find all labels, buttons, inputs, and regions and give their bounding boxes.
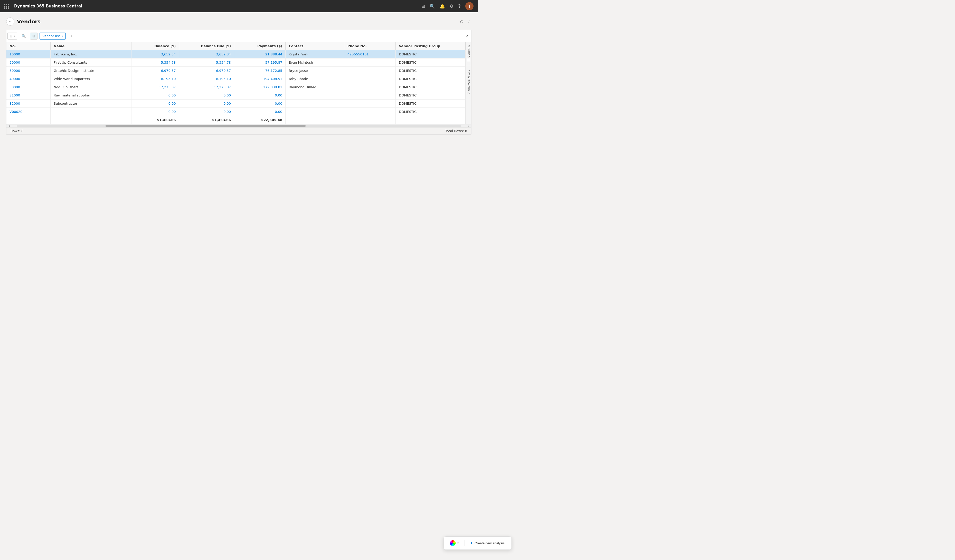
cell-contact: Krystal York — [285, 50, 344, 58]
cell-balance_due[interactable]: 6,979.57 — [179, 67, 234, 75]
back-button[interactable]: ← — [6, 17, 14, 26]
cell-phone — [344, 58, 396, 67]
cell-no[interactable]: 50000 — [6, 83, 50, 91]
cell-payments[interactable]: 0.00 — [234, 108, 285, 116]
col-header-vendor-posting[interactable]: Vendor Posting Group — [396, 42, 465, 50]
user-avatar[interactable]: J — [465, 2, 473, 10]
scroll-right-arrow[interactable]: ▸ — [466, 125, 471, 127]
bottom-bar: Rows: 8 Total Rows: 8 — [6, 127, 471, 134]
create-analysis-button[interactable]: ✦ Create new analysis — [467, 540, 478, 547]
page-header: ← Vendors ⬡ ⤢ — [6, 17, 471, 26]
analysis-toggle-button[interactable]: ⊟ — [30, 33, 38, 39]
cell-phone — [344, 83, 396, 91]
notification-icon[interactable]: 🔔 — [440, 3, 445, 9]
cell-no[interactable]: 81000 — [6, 91, 50, 100]
table-header-row: No. Name Balance ($) Balance Due ($) Pay… — [6, 42, 465, 50]
top-nav-icons: ⊞ 🔍 🔔 ⚙ ? J — [421, 2, 473, 10]
col-header-contact[interactable]: Contact — [285, 42, 344, 50]
cell-balance[interactable]: 6,979.57 — [131, 67, 179, 75]
cell-balance_due[interactable]: 3,652.34 — [179, 50, 234, 58]
cell-balance_due[interactable]: 0.00 — [179, 108, 234, 116]
cell-name: Raw material supplier — [50, 91, 132, 100]
view-toggle-button[interactable]: ⊟ ▾ — [8, 33, 17, 39]
col-header-balance-due[interactable]: Balance Due ($) — [179, 42, 234, 50]
table-row[interactable]: 30000Graphic Design Institute6,979.576,9… — [6, 67, 465, 75]
analysis-icon: ⊟ — [32, 34, 35, 38]
app-grid-icon[interactable] — [4, 4, 9, 9]
col-header-name[interactable]: Name — [50, 42, 132, 50]
toolbar: ⊟ ▾ 🔍 ⊟ Vendor list ▾ + ⧩ — [6, 30, 471, 42]
col-header-no[interactable]: No. — [6, 42, 50, 50]
table-row[interactable]: 40000Wide World Importers18,193.1018,193… — [6, 75, 465, 83]
compress-icon[interactable]: ⤢ — [467, 19, 471, 25]
cell-balance[interactable]: 18,193.10 — [131, 75, 179, 83]
cell-contact — [285, 91, 344, 100]
copilot-button[interactable]: ∨ — [447, 539, 462, 548]
cell-balance[interactable]: 3,652.34 — [131, 50, 179, 58]
cell-no[interactable]: 82000 — [6, 100, 50, 108]
filter-button[interactable]: ⧩ — [464, 33, 470, 39]
cell-balance_due[interactable]: 0.00 — [179, 91, 234, 100]
filter-icon: ⧩ — [465, 34, 469, 38]
cell-payments[interactable]: 21,888.44 — [234, 50, 285, 58]
col-header-phone[interactable]: Phone No. — [344, 42, 396, 50]
horizontal-scrollbar[interactable]: ◂ ▸ — [6, 124, 471, 127]
cell-vendor-posting-group: DOMESTIC — [396, 67, 465, 75]
scroll-thumb[interactable] — [105, 125, 305, 127]
total-empty-name — [50, 116, 132, 124]
table-row[interactable]: 82000Subcontractor0.000.000.00DOMESTIC — [6, 100, 465, 108]
cell-balance_due[interactable]: 17,273.87 — [179, 83, 234, 91]
cell-vendor-posting-group: DOMESTIC — [396, 108, 465, 116]
cell-balance_due[interactable]: 0.00 — [179, 100, 234, 108]
col-header-balance[interactable]: Balance ($) — [131, 42, 179, 50]
cell-balance[interactable]: 17,273.87 — [131, 83, 179, 91]
table-row[interactable]: V000200.000.000.00DOMESTIC — [6, 108, 465, 116]
search-button[interactable]: 🔍 — [19, 33, 28, 39]
scroll-left-arrow[interactable]: ◂ — [6, 125, 11, 127]
cell-balance[interactable]: 0.00 — [131, 108, 179, 116]
settings-icon[interactable]: ⚙ — [449, 3, 454, 9]
cell-no[interactable]: 10000 — [6, 50, 50, 58]
columns-panel-btn[interactable]: ||| Columns — [467, 44, 471, 63]
cell-no[interactable]: 20000 — [6, 58, 50, 67]
customize-icon[interactable]: ⊞ — [421, 3, 425, 9]
cell-payments[interactable]: 194,408.51 — [234, 75, 285, 83]
cell-name — [50, 108, 132, 116]
table-icon: ⊟ — [10, 34, 13, 38]
cell-phone — [344, 100, 396, 108]
table-scroll-area[interactable]: No. Name Balance ($) Balance Due ($) Pay… — [6, 42, 465, 124]
cell-contact — [285, 100, 344, 108]
cell-payments[interactable]: 76,172.85 — [234, 67, 285, 75]
cell-balance_due[interactable]: 5,354.78 — [179, 58, 234, 67]
cell-payments[interactable]: 0.00 — [234, 91, 285, 100]
add-view-button[interactable]: + — [68, 32, 75, 40]
cell-balance_due[interactable]: 18,193.10 — [179, 75, 234, 83]
table-row[interactable]: 50000Nod Publishers17,273.8717,273.87172… — [6, 83, 465, 91]
cell-contact: Raymond Hillard — [285, 83, 344, 91]
cell-balance[interactable]: 0.00 — [131, 100, 179, 108]
cell-vendor-posting-group: DOMESTIC — [396, 75, 465, 83]
external-link-icon[interactable]: ⬡ — [459, 19, 464, 25]
table-row[interactable]: 81000Raw material supplier0.000.000.00DO… — [6, 91, 465, 100]
cell-payments[interactable]: 0.00 — [234, 100, 285, 108]
cell-phone — [344, 75, 396, 83]
cell-name: Fabrikam, Inc. — [50, 50, 132, 58]
cell-payments[interactable]: 57,195.87 — [234, 58, 285, 67]
table-row[interactable]: 10000Fabrikam, Inc.3,652.343,652.3421,88… — [6, 50, 465, 58]
cell-no[interactable]: 40000 — [6, 75, 50, 83]
cell-phone[interactable]: 4255550101 — [344, 50, 396, 58]
help-icon[interactable]: ? — [458, 3, 461, 9]
cell-no[interactable]: 30000 — [6, 67, 50, 75]
view-dropdown[interactable]: Vendor list ▾ — [39, 33, 66, 39]
search-icon[interactable]: 🔍 — [430, 3, 435, 9]
table-row[interactable]: 20000First Up Consultants5,354.785,354.7… — [6, 58, 465, 67]
analysis-filters-btn[interactable]: ⧩ Analysis Filters — [467, 69, 471, 96]
cell-balance[interactable]: 0.00 — [131, 91, 179, 100]
cell-balance[interactable]: 5,354.78 — [131, 58, 179, 67]
main-content: ⊟ ▾ 🔍 ⊟ Vendor list ▾ + ⧩ — [6, 30, 471, 135]
cell-payments[interactable]: 172,839.81 — [234, 83, 285, 91]
cell-no[interactable]: V00020 — [6, 108, 50, 116]
side-divider — [467, 66, 471, 66]
col-header-payments[interactable]: Payments ($) — [234, 42, 285, 50]
scroll-track[interactable] — [17, 125, 461, 127]
